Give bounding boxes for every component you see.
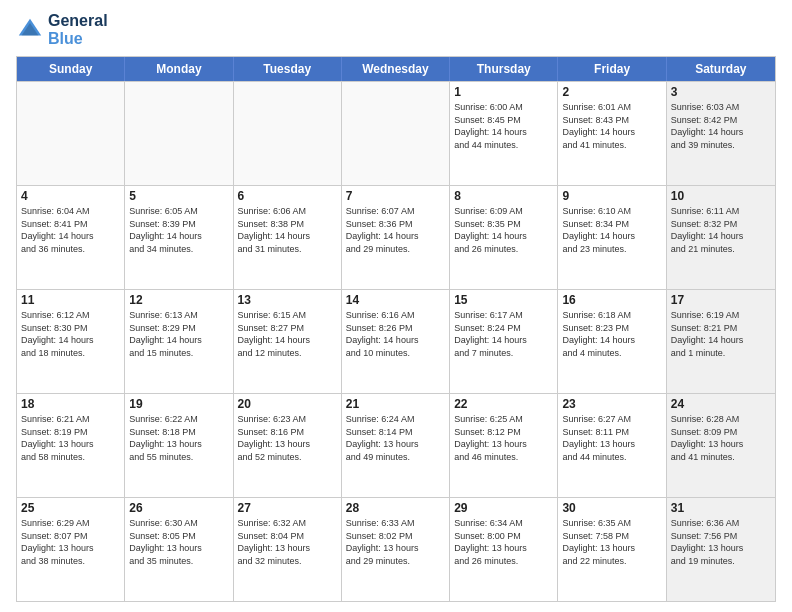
page: General Blue SundayMondayTuesdayWednesda…: [0, 0, 792, 612]
day-number: 9: [562, 189, 661, 203]
header-day: Thursday: [450, 57, 558, 81]
day-number: 8: [454, 189, 553, 203]
cell-info: Sunrise: 6:09 AM Sunset: 8:35 PM Dayligh…: [454, 205, 553, 255]
cell-info: Sunrise: 6:05 AM Sunset: 8:39 PM Dayligh…: [129, 205, 228, 255]
calendar-cell: 28Sunrise: 6:33 AM Sunset: 8:02 PM Dayli…: [342, 498, 450, 601]
day-number: 14: [346, 293, 445, 307]
calendar-cell: 30Sunrise: 6:35 AM Sunset: 7:58 PM Dayli…: [558, 498, 666, 601]
cell-info: Sunrise: 6:01 AM Sunset: 8:43 PM Dayligh…: [562, 101, 661, 151]
calendar-body: 1Sunrise: 6:00 AM Sunset: 8:45 PM Daylig…: [17, 81, 775, 601]
cell-info: Sunrise: 6:12 AM Sunset: 8:30 PM Dayligh…: [21, 309, 120, 359]
day-number: 28: [346, 501, 445, 515]
calendar-cell: 24Sunrise: 6:28 AM Sunset: 8:09 PM Dayli…: [667, 394, 775, 497]
calendar-row: 25Sunrise: 6:29 AM Sunset: 8:07 PM Dayli…: [17, 497, 775, 601]
header: General Blue: [16, 12, 776, 48]
cell-info: Sunrise: 6:15 AM Sunset: 8:27 PM Dayligh…: [238, 309, 337, 359]
cell-info: Sunrise: 6:00 AM Sunset: 8:45 PM Dayligh…: [454, 101, 553, 151]
calendar-cell: 11Sunrise: 6:12 AM Sunset: 8:30 PM Dayli…: [17, 290, 125, 393]
cell-info: Sunrise: 6:21 AM Sunset: 8:19 PM Dayligh…: [21, 413, 120, 463]
day-number: 18: [21, 397, 120, 411]
logo-icon: [16, 16, 44, 44]
day-number: 6: [238, 189, 337, 203]
day-number: 15: [454, 293, 553, 307]
day-number: 19: [129, 397, 228, 411]
calendar-row: 1Sunrise: 6:00 AM Sunset: 8:45 PM Daylig…: [17, 81, 775, 185]
calendar-cell: 26Sunrise: 6:30 AM Sunset: 8:05 PM Dayli…: [125, 498, 233, 601]
header-day: Sunday: [17, 57, 125, 81]
calendar-cell: 25Sunrise: 6:29 AM Sunset: 8:07 PM Dayli…: [17, 498, 125, 601]
cell-info: Sunrise: 6:07 AM Sunset: 8:36 PM Dayligh…: [346, 205, 445, 255]
day-number: 29: [454, 501, 553, 515]
cell-info: Sunrise: 6:13 AM Sunset: 8:29 PM Dayligh…: [129, 309, 228, 359]
cell-info: Sunrise: 6:06 AM Sunset: 8:38 PM Dayligh…: [238, 205, 337, 255]
day-number: 2: [562, 85, 661, 99]
calendar-row: 11Sunrise: 6:12 AM Sunset: 8:30 PM Dayli…: [17, 289, 775, 393]
cell-info: Sunrise: 6:11 AM Sunset: 8:32 PM Dayligh…: [671, 205, 771, 255]
calendar-cell: 7Sunrise: 6:07 AM Sunset: 8:36 PM Daylig…: [342, 186, 450, 289]
header-day: Wednesday: [342, 57, 450, 81]
cell-info: Sunrise: 6:34 AM Sunset: 8:00 PM Dayligh…: [454, 517, 553, 567]
calendar-cell: 19Sunrise: 6:22 AM Sunset: 8:18 PM Dayli…: [125, 394, 233, 497]
calendar-cell: 1Sunrise: 6:00 AM Sunset: 8:45 PM Daylig…: [450, 82, 558, 185]
header-day: Saturday: [667, 57, 775, 81]
calendar-cell: [234, 82, 342, 185]
calendar-cell: 29Sunrise: 6:34 AM Sunset: 8:00 PM Dayli…: [450, 498, 558, 601]
cell-info: Sunrise: 6:18 AM Sunset: 8:23 PM Dayligh…: [562, 309, 661, 359]
day-number: 5: [129, 189, 228, 203]
calendar-cell: 2Sunrise: 6:01 AM Sunset: 8:43 PM Daylig…: [558, 82, 666, 185]
calendar-cell: 27Sunrise: 6:32 AM Sunset: 8:04 PM Dayli…: [234, 498, 342, 601]
calendar-cell: 8Sunrise: 6:09 AM Sunset: 8:35 PM Daylig…: [450, 186, 558, 289]
cell-info: Sunrise: 6:27 AM Sunset: 8:11 PM Dayligh…: [562, 413, 661, 463]
calendar-cell: 17Sunrise: 6:19 AM Sunset: 8:21 PM Dayli…: [667, 290, 775, 393]
calendar-cell: 4Sunrise: 6:04 AM Sunset: 8:41 PM Daylig…: [17, 186, 125, 289]
calendar-cell: 20Sunrise: 6:23 AM Sunset: 8:16 PM Dayli…: [234, 394, 342, 497]
calendar-cell: 14Sunrise: 6:16 AM Sunset: 8:26 PM Dayli…: [342, 290, 450, 393]
calendar-row: 18Sunrise: 6:21 AM Sunset: 8:19 PM Dayli…: [17, 393, 775, 497]
day-number: 3: [671, 85, 771, 99]
day-number: 21: [346, 397, 445, 411]
cell-info: Sunrise: 6:33 AM Sunset: 8:02 PM Dayligh…: [346, 517, 445, 567]
cell-info: Sunrise: 6:23 AM Sunset: 8:16 PM Dayligh…: [238, 413, 337, 463]
calendar-row: 4Sunrise: 6:04 AM Sunset: 8:41 PM Daylig…: [17, 185, 775, 289]
calendar-cell: [17, 82, 125, 185]
logo: General Blue: [16, 12, 108, 48]
cell-info: Sunrise: 6:22 AM Sunset: 8:18 PM Dayligh…: [129, 413, 228, 463]
calendar-cell: 15Sunrise: 6:17 AM Sunset: 8:24 PM Dayli…: [450, 290, 558, 393]
cell-info: Sunrise: 6:35 AM Sunset: 7:58 PM Dayligh…: [562, 517, 661, 567]
calendar-cell: 6Sunrise: 6:06 AM Sunset: 8:38 PM Daylig…: [234, 186, 342, 289]
day-number: 27: [238, 501, 337, 515]
day-number: 22: [454, 397, 553, 411]
day-number: 13: [238, 293, 337, 307]
cell-info: Sunrise: 6:25 AM Sunset: 8:12 PM Dayligh…: [454, 413, 553, 463]
logo-text: General Blue: [48, 12, 108, 48]
day-number: 1: [454, 85, 553, 99]
day-number: 12: [129, 293, 228, 307]
day-number: 23: [562, 397, 661, 411]
day-number: 24: [671, 397, 771, 411]
calendar-header: SundayMondayTuesdayWednesdayThursdayFrid…: [17, 57, 775, 81]
day-number: 16: [562, 293, 661, 307]
day-number: 4: [21, 189, 120, 203]
day-number: 7: [346, 189, 445, 203]
cell-info: Sunrise: 6:32 AM Sunset: 8:04 PM Dayligh…: [238, 517, 337, 567]
calendar-cell: 3Sunrise: 6:03 AM Sunset: 8:42 PM Daylig…: [667, 82, 775, 185]
cell-info: Sunrise: 6:36 AM Sunset: 7:56 PM Dayligh…: [671, 517, 771, 567]
calendar-cell: 23Sunrise: 6:27 AM Sunset: 8:11 PM Dayli…: [558, 394, 666, 497]
day-number: 10: [671, 189, 771, 203]
calendar-cell: 12Sunrise: 6:13 AM Sunset: 8:29 PM Dayli…: [125, 290, 233, 393]
cell-info: Sunrise: 6:04 AM Sunset: 8:41 PM Dayligh…: [21, 205, 120, 255]
calendar-cell: 5Sunrise: 6:05 AM Sunset: 8:39 PM Daylig…: [125, 186, 233, 289]
cell-info: Sunrise: 6:17 AM Sunset: 8:24 PM Dayligh…: [454, 309, 553, 359]
day-number: 20: [238, 397, 337, 411]
cell-info: Sunrise: 6:19 AM Sunset: 8:21 PM Dayligh…: [671, 309, 771, 359]
cell-info: Sunrise: 6:24 AM Sunset: 8:14 PM Dayligh…: [346, 413, 445, 463]
calendar: SundayMondayTuesdayWednesdayThursdayFrid…: [16, 56, 776, 602]
cell-info: Sunrise: 6:16 AM Sunset: 8:26 PM Dayligh…: [346, 309, 445, 359]
cell-info: Sunrise: 6:30 AM Sunset: 8:05 PM Dayligh…: [129, 517, 228, 567]
calendar-cell: 18Sunrise: 6:21 AM Sunset: 8:19 PM Dayli…: [17, 394, 125, 497]
header-day: Tuesday: [234, 57, 342, 81]
header-day: Monday: [125, 57, 233, 81]
cell-info: Sunrise: 6:28 AM Sunset: 8:09 PM Dayligh…: [671, 413, 771, 463]
cell-info: Sunrise: 6:29 AM Sunset: 8:07 PM Dayligh…: [21, 517, 120, 567]
calendar-cell: 16Sunrise: 6:18 AM Sunset: 8:23 PM Dayli…: [558, 290, 666, 393]
